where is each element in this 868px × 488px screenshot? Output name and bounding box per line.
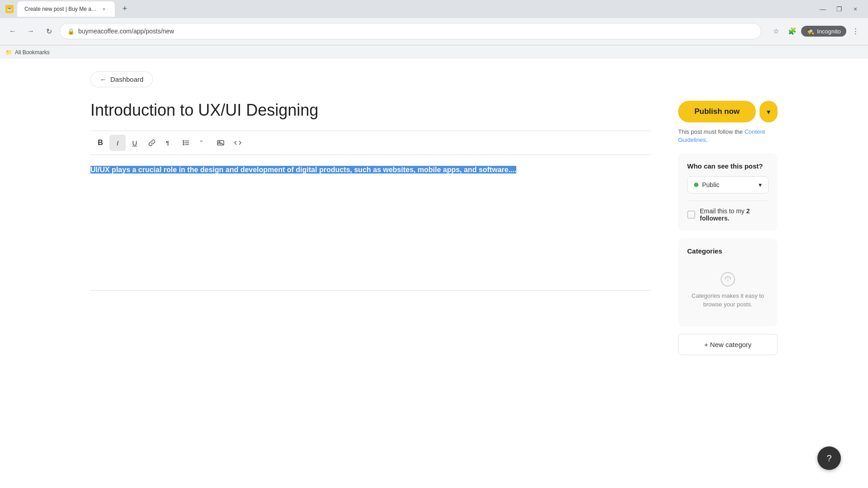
list-button[interactable]: [178, 135, 194, 151]
publish-now-button[interactable]: Publish now: [678, 101, 756, 122]
heading-button[interactable]: ¶: [161, 135, 177, 151]
visibility-value: Public: [702, 181, 719, 188]
back-arrow-icon: ←: [100, 75, 107, 83]
categories-empty-icon: [719, 270, 737, 288]
publish-row: Publish now ▾: [678, 101, 778, 122]
minimize-button[interactable]: —: [816, 2, 830, 16]
address-bar[interactable]: 🔒 buymeacoffee.com/app/posts/new: [60, 23, 761, 39]
quote-button[interactable]: ": [195, 135, 212, 151]
incognito-label: Incognito: [817, 28, 841, 35]
bookmarks-icon: 📁: [5, 49, 12, 56]
email-label: Email this to my 2 followers.: [700, 207, 769, 222]
new-category-button[interactable]: + New category: [678, 334, 778, 355]
selected-text: UI/UX plays a crucial role in the design…: [90, 166, 516, 174]
categories-section: Categories Categories makes it easy to b…: [678, 238, 778, 326]
restore-button[interactable]: ❐: [832, 2, 846, 16]
forward-button[interactable]: →: [24, 24, 38, 38]
svg-point-10: [721, 272, 735, 286]
tab-title: Create new post | Buy Me a Coff: [24, 6, 97, 12]
lock-icon: 🔒: [67, 28, 75, 35]
reload-button[interactable]: ↻: [42, 24, 56, 38]
back-button[interactable]: ←: [5, 24, 20, 38]
new-tab-button[interactable]: +: [118, 3, 131, 15]
visibility-dropdown-arrow: ▾: [759, 181, 762, 188]
email-followers-row: Email this to my 2 followers.: [687, 207, 769, 222]
visibility-selected-option: Public: [694, 181, 719, 188]
title-bar: ☕ Create new post | Buy Me a Coff × + — …: [0, 0, 868, 18]
favicon: ☕: [5, 5, 14, 13]
extensions-button[interactable]: 🧩: [785, 24, 799, 38]
public-dot-icon: [694, 183, 698, 187]
back-to-dashboard-button[interactable]: ← Dashboard: [90, 71, 153, 87]
categories-title: Categories: [687, 247, 769, 255]
content-guidelines-text: This post must follow the Content Guidel…: [678, 128, 778, 144]
page-header: ← Dashboard: [0, 59, 868, 87]
svg-point-5: [183, 142, 184, 143]
browser-chrome: ☕ Create new post | Buy Me a Coff × + — …: [0, 0, 868, 45]
bold-button[interactable]: B: [92, 135, 108, 151]
image-button[interactable]: [212, 135, 229, 151]
star-button[interactable]: ☆: [769, 24, 783, 38]
email-checkbox[interactable]: [687, 211, 695, 219]
tab-close-icon[interactable]: ×: [100, 5, 108, 13]
formatting-toolbar: B I U ¶: [90, 131, 651, 155]
back-label: Dashboard: [110, 75, 143, 83]
sidebar: Publish now ▾ This post must follow the …: [678, 101, 778, 488]
editor-body[interactable]: UI/UX plays a crucial role in the design…: [90, 155, 651, 291]
code-button[interactable]: [230, 135, 246, 151]
bookmarks-label: All Bookmarks: [15, 49, 50, 56]
svg-point-11: [727, 280, 729, 282]
browser-actions: ☆ 🧩 🕵 Incognito ⋮: [769, 24, 863, 38]
publish-dropdown-button[interactable]: ▾: [760, 101, 778, 122]
bookmarks-bar: 📁 All Bookmarks: [0, 45, 868, 59]
post-title[interactable]: Introduction to UX/UI Designing: [90, 101, 651, 120]
visibility-title: Who can see this post?: [687, 162, 769, 170]
incognito-badge: 🕵 Incognito: [801, 26, 846, 37]
underline-button[interactable]: U: [127, 135, 143, 151]
window-close-button[interactable]: ×: [848, 2, 863, 16]
more-button[interactable]: ⋮: [848, 24, 863, 38]
browser-tab[interactable]: Create new post | Buy Me a Coff ×: [17, 1, 115, 17]
svg-point-6: [183, 144, 184, 145]
help-button[interactable]: ?: [817, 446, 841, 470]
page-content: ← Dashboard Introduction to UX/UI Design…: [0, 59, 868, 488]
visibility-select[interactable]: Public ▾: [687, 176, 769, 193]
categories-empty-state: Categories makes it easy to browse your …: [687, 261, 769, 317]
incognito-icon: 🕵: [807, 28, 814, 35]
italic-button[interactable]: I: [109, 135, 126, 151]
editor-area: Introduction to UX/UI Designing B I U ¶: [90, 101, 651, 488]
nav-bar: ← → ↻ 🔒 buymeacoffee.com/app/posts/new ☆…: [0, 18, 868, 45]
url-text: buymeacoffee.com/app/posts/new: [78, 28, 754, 35]
svg-text:¶: ¶: [166, 140, 169, 146]
main-layout: Introduction to UX/UI Designing B I U ¶: [0, 101, 868, 488]
categories-empty-text: Categories makes it easy to browse your …: [687, 292, 769, 308]
svg-point-4: [183, 141, 184, 141]
svg-text:": ": [200, 139, 203, 146]
divider: [687, 201, 769, 201]
link-button[interactable]: [144, 135, 160, 151]
visibility-section: Who can see this post? Public ▾ Email th…: [678, 153, 778, 231]
